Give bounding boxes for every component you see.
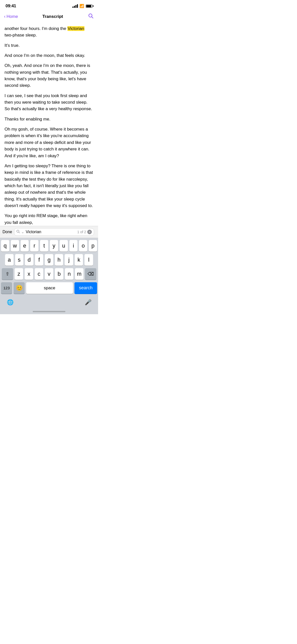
done-button[interactable]: Done [3,230,12,234]
find-bar: Done ⌄ 1 of 2 ⌃ ⌄ [0,226,98,238]
back-button[interactable]: ‹ Home [4,14,18,19]
keyboard-row-2: a s d f g h j k l [0,254,98,266]
key-x[interactable]: x [25,268,33,280]
nav-bar: ‹ Home Transcript [0,11,98,23]
transcript-content: another four hours. I'm doing the Victor… [0,23,98,226]
keyboard-row-1: q w e r t y u i o p [0,240,98,252]
paragraph-6: Thanks for enabling me. [5,116,94,123]
find-nav-buttons: ⌃ ⌄ [96,228,98,235]
keyboard-row-3: ⇧ z x c v b n m ⌫ [0,268,98,280]
status-time: 09:41 [6,4,16,9]
microphone-key[interactable]: 🎤 [82,297,94,308]
key-k[interactable]: k [75,254,83,266]
paragraph-4: Oh, yeah. And once I'm on the moon, ther… [5,62,94,89]
home-bar [33,311,65,312]
search-button[interactable] [88,13,94,20]
search-key[interactable]: search [74,282,97,294]
key-g[interactable]: g [45,254,53,266]
key-e[interactable]: e [21,240,29,252]
key-o[interactable]: o [79,240,87,252]
globe-key[interactable]: 🌐 [5,297,16,308]
space-key[interactable]: space [26,282,73,294]
key-c[interactable]: c [35,268,43,280]
key-n[interactable]: n [65,268,73,280]
keyboard-accessory-row: 🌐 🎤 [0,295,98,309]
key-i[interactable]: i [69,240,78,252]
page-title: Transcript [43,14,63,19]
paragraph-3: And once I'm on the moon, that feels oka… [5,52,94,59]
key-r[interactable]: r [30,240,38,252]
key-p[interactable]: p [89,240,97,252]
key-f[interactable]: f [35,254,44,266]
svg-line-3 [19,232,20,233]
wifi-icon: 📶 [79,4,84,8]
key-s[interactable]: s [15,254,24,266]
signal-bars-icon [72,4,78,8]
key-a[interactable]: a [5,254,14,266]
delete-key[interactable]: ⌫ [85,268,96,280]
back-label: Home [7,14,18,19]
find-clear-button[interactable] [87,230,92,234]
find-input[interactable] [26,230,76,234]
find-input-wrapper: ⌄ 1 of 2 [14,228,94,236]
paragraph-1: another four hours. I'm doing the Victor… [5,25,94,39]
highlighted-word: Victorian [67,26,84,31]
numbers-key[interactable]: 123 [1,282,12,294]
key-q[interactable]: q [1,240,9,252]
paragraph-7: Oh my gosh, of course. Where it becomes … [5,126,94,159]
find-search-icon [16,230,20,234]
home-indicator [0,309,98,314]
key-y[interactable]: y [50,240,58,252]
key-d[interactable]: d [25,254,33,266]
key-h[interactable]: h [55,254,63,266]
status-icons: 📶 [72,4,93,8]
key-u[interactable]: u [60,240,68,252]
key-j[interactable]: j [65,254,73,266]
battery-icon [86,5,93,8]
chevron-left-icon: ‹ [4,14,6,19]
paragraph-2: It's true. [5,42,94,49]
paragraph-9: You go right into REM stage, like right … [5,213,94,226]
shift-key[interactable]: ⇧ [2,268,13,280]
key-v[interactable]: v [45,268,53,280]
keyboard-row-4: 123 😊 space search [0,282,98,294]
key-l[interactable]: l [84,254,93,266]
find-chevron-icon: ⌄ [21,230,24,234]
key-b[interactable]: b [55,268,63,280]
paragraph-8: Am I getting too sleepy? There is one th… [5,163,94,209]
find-result-count: 1 of 2 [77,230,86,234]
find-previous-button[interactable]: ⌃ [96,228,98,235]
paragraph-5: I can see, I see that you took first sle… [5,93,94,112]
key-m[interactable]: m [75,268,83,280]
svg-line-1 [92,17,93,18]
emoji-key[interactable]: 😊 [14,282,25,294]
keyboard: q w e r t y u i o p a s d f g h j k l ⇧ … [0,238,98,314]
key-t[interactable]: t [40,240,48,252]
key-z[interactable]: z [15,268,23,280]
key-w[interactable]: w [11,240,19,252]
status-bar: 09:41 📶 [0,0,98,11]
